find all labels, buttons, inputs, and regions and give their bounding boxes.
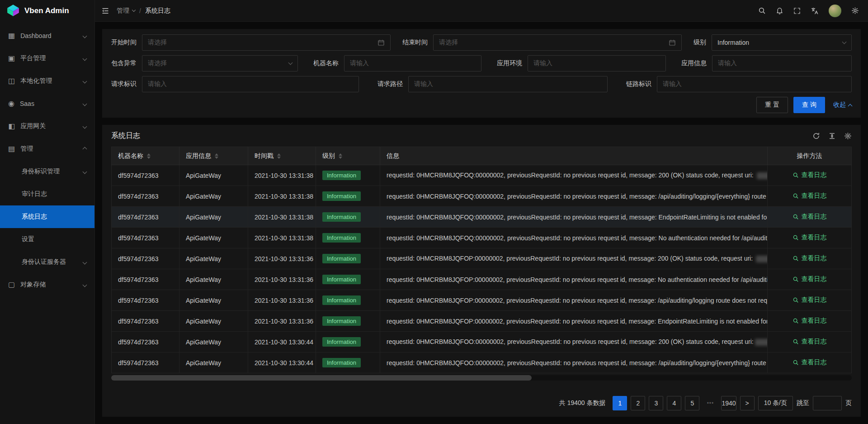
sort-icon[interactable] <box>215 153 218 159</box>
settings-gear-icon[interactable] <box>851 7 859 14</box>
jump-page-input[interactable] <box>813 396 842 410</box>
table-header-row: 机器名称应用信息时间戳级别信息操作方法 <box>112 147 852 165</box>
horizontal-scrollbar[interactable] <box>111 375 852 381</box>
view-log-link[interactable]: 查看日志 <box>793 233 827 242</box>
cell-message: requestId: 0HMCRBM8JQFOP:00000002, previ… <box>380 311 768 332</box>
sidebar-item-dashboard[interactable]: ▦Dashboard <box>0 24 94 47</box>
collapse-link[interactable]: 收起 <box>833 101 852 109</box>
column-header-level[interactable]: 级别 <box>316 147 380 165</box>
filter-input-request-path[interactable]: 请输入 <box>408 76 608 92</box>
view-log-link[interactable]: 查看日志 <box>793 275 827 283</box>
page-button-3[interactable]: 3 <box>649 396 663 410</box>
filter-date-start-time[interactable]: 请选择 <box>142 34 391 51</box>
avatar[interactable] <box>829 5 841 17</box>
cell-timestamp: 2021-10-30 13:31:36 <box>248 290 316 311</box>
menu-fold-icon[interactable] <box>101 7 109 15</box>
cell-app-info: ApiGateWay <box>179 269 248 290</box>
page-size-select[interactable]: 10 条/页 <box>758 396 793 410</box>
view-log-label: 查看日志 <box>802 233 827 242</box>
column-header-machine-name[interactable]: 机器名称 <box>112 147 179 165</box>
column-settings-icon[interactable] <box>844 132 852 140</box>
cell-machine-name: df5974d72363 <box>112 290 179 311</box>
sort-asc-caret <box>277 153 281 156</box>
filter-select-level[interactable]: Information <box>712 34 852 51</box>
translate-icon[interactable] <box>811 7 819 15</box>
cell-timestamp: 2021-10-30 13:30:44 <box>248 332 316 353</box>
view-log-link[interactable]: 查看日志 <box>793 254 827 262</box>
sidebar-item-system-log[interactable]: 系统日志 <box>0 205 94 228</box>
fullscreen-icon[interactable] <box>793 7 801 14</box>
cell-machine-name: df5974d72363 <box>112 311 179 332</box>
cell-actions: 查看日志 <box>768 353 852 373</box>
filter-placeholder: 请选择 <box>148 59 285 67</box>
scrollbar-thumb[interactable] <box>111 375 532 381</box>
sidebar-item-management[interactable]: ▤管理 <box>0 138 94 160</box>
search-button[interactable]: 查 询 <box>793 97 825 113</box>
sort-icon[interactable] <box>147 153 151 159</box>
logo[interactable]: Vben Admin <box>0 0 94 22</box>
next-page-button[interactable]: > <box>740 396 755 410</box>
column-header-app-info[interactable]: 应用信息 <box>179 147 248 165</box>
filter-input-app-info[interactable]: 请输入 <box>712 55 852 71</box>
view-log-label: 查看日志 <box>802 171 827 179</box>
level-badge: Information <box>322 316 361 326</box>
sidebar-item-localization[interactable]: ◫本地化管理 <box>0 70 94 92</box>
breadcrumb-parent[interactable]: 管理 <box>117 7 135 15</box>
localization-icon: ◫ <box>8 77 15 85</box>
filter-select-include-exception[interactable]: 请选择 <box>142 55 298 71</box>
filter-input-machine-name[interactable]: 请输入 <box>344 55 481 71</box>
sort-icon[interactable] <box>339 153 342 159</box>
bell-icon[interactable] <box>776 7 783 14</box>
page-button-5[interactable]: 5 <box>685 396 699 410</box>
column-header-timestamp[interactable]: 时间戳 <box>248 147 316 165</box>
cell-actions: 查看日志 <box>768 228 852 248</box>
sidebar-item-auth-server[interactable]: 身份认证服务器 <box>0 251 94 273</box>
row-height-icon[interactable] <box>828 132 836 140</box>
sort-asc-caret <box>215 153 218 156</box>
page-button-1[interactable]: 1 <box>613 396 627 410</box>
cell-message: requestId: 0HMCRBM8JQFOQ:00000002, previ… <box>380 165 768 186</box>
cell-message: requestId: 0HMCRBM8JQFOP:00000002, previ… <box>380 290 768 311</box>
sidebar-item-platform[interactable]: ▣平台管理 <box>0 47 94 70</box>
sidebar-item-settings[interactable]: 设置 <box>0 228 94 251</box>
sidebar-item-saas[interactable]: ◉Saas <box>0 92 94 115</box>
view-log-link[interactable]: 查看日志 <box>793 192 827 200</box>
sort-icon[interactable] <box>277 153 281 159</box>
sidebar-item-identity[interactable]: 身份标识管理 <box>0 160 94 183</box>
sidebar-item-gateway[interactable]: ◧应用网关 <box>0 115 94 138</box>
sidebar-item-object-storage[interactable]: ▢对象存储 <box>0 273 94 296</box>
sidebar-item-label: 本地化管理 <box>20 77 52 85</box>
log-message: requestId: 0HMCRBM8JQFOP:00000002, previ… <box>387 255 755 262</box>
filter-input-app-env[interactable]: 请输入 <box>528 55 666 71</box>
cell-actions: 查看日志 <box>768 165 852 186</box>
pagination-total: 共 19400 条数据 <box>559 399 606 407</box>
view-log-link[interactable]: 查看日志 <box>793 213 827 221</box>
sidebar-item-audit-log[interactable]: 审计日志 <box>0 183 94 205</box>
cell-timestamp: 2021-10-30 13:31:36 <box>248 248 316 269</box>
page-button-2[interactable]: 2 <box>631 396 645 410</box>
filter-date-end-time[interactable]: 请选择 <box>433 34 682 51</box>
filter-input-trace-id[interactable]: 请输入 <box>657 76 852 92</box>
page-button-1940[interactable]: 1940 <box>721 396 736 410</box>
page-button-4[interactable]: 4 <box>667 396 681 410</box>
search-icon[interactable] <box>758 7 766 14</box>
breadcrumb: 管理 / 系统日志 <box>117 7 170 15</box>
refresh-icon[interactable] <box>812 132 820 140</box>
filter-label: 开始时间 <box>111 38 137 47</box>
filter-input-request-id[interactable]: 请输入 <box>142 76 359 92</box>
table-row: df5974d72363ApiGateWay2021-10-30 13:31:3… <box>112 165 852 186</box>
filter-placeholder: 请输入 <box>718 59 846 67</box>
view-log-link[interactable]: 查看日志 <box>793 317 827 325</box>
pagination: 共 19400 条数据 12345•••1940 > 10 条/页 跳至 页 <box>111 391 852 412</box>
cell-level: Information <box>316 311 380 332</box>
reset-button[interactable]: 重 置 <box>756 97 788 113</box>
level-badge: Information <box>322 295 361 305</box>
cell-machine-name: df5974d72363 <box>112 353 179 373</box>
cell-machine-name: df5974d72363 <box>112 186 179 207</box>
view-log-link[interactable]: 查看日志 <box>793 358 827 367</box>
filter-field-trace-id: 链路标识请输入 <box>626 76 852 92</box>
view-log-link[interactable]: 查看日志 <box>793 171 827 179</box>
view-log-link[interactable]: 查看日志 <box>793 338 827 346</box>
cell-app-info: ApiGateWay <box>179 311 248 332</box>
view-log-link[interactable]: 查看日志 <box>793 296 827 304</box>
